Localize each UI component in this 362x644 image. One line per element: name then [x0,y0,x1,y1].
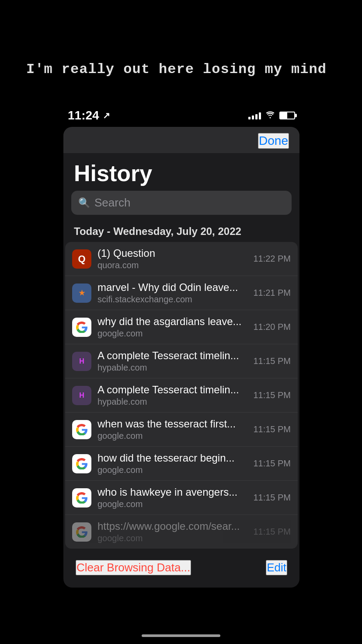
item-content: https://www.google.com/sear... google.co… [97,520,247,543]
item-title: marvel - Why did Odin leave... [97,281,247,294]
main-caption: I'm really out here losing my mind [26,61,336,77]
stackexchange-icon: ★ [79,289,85,297]
site-favicon: ★ [72,284,91,303]
item-content: marvel - Why did Odin leave... scifi.sta… [97,281,247,304]
history-item[interactable]: H A complete Tesseract timelin... hypabl… [65,344,298,378]
history-item[interactable]: how did the tesseracr begin... google.co… [65,447,298,481]
site-favicon [72,454,91,473]
item-domain: google.com [97,533,247,543]
browser-card: Done History 🔍 Search Today - Wednesday,… [63,127,299,588]
status-bar: 11:24 ↗ [63,108,299,122]
site-favicon: H [72,386,91,405]
item-time: 11:22 PM [253,254,291,264]
item-domain: google.com [97,431,247,441]
browser-footer: Clear Browsing Data... Edit [63,552,299,579]
item-title: (1) Question [97,247,247,259]
site-favicon [72,420,91,439]
item-content: A complete Tesseract timelin... hypable.… [97,384,247,407]
item-title: A complete Tesseract timelin... [97,350,247,362]
search-icon: 🔍 [78,197,90,209]
status-icons [248,111,295,121]
hypable-icon: H [79,357,84,365]
edit-button[interactable]: Edit [266,560,287,575]
history-item[interactable]: who is hawkeye in avengers... google.com… [65,481,298,515]
history-item[interactable]: when was the tesseract first... google.c… [65,413,298,447]
item-time: 11:20 PM [253,322,291,332]
done-button[interactable]: Done [258,133,289,149]
site-favicon [72,318,91,337]
google-icon [76,492,87,504]
google-icon [76,322,87,333]
site-favicon: Q [72,249,91,269]
site-favicon [72,522,91,542]
item-time: 11:21 PM [253,288,291,298]
status-time: 11:24 ↗ [68,108,110,122]
time-display: 11:24 [68,108,99,122]
hypable-icon: H [79,392,84,399]
quora-icon: Q [78,253,85,265]
item-domain: quora.com [97,260,247,270]
history-item[interactable]: why did the asgardians leave... google.c… [65,310,298,344]
item-title: why did the asgardians leave... [97,315,247,328]
item-domain: google.com [97,465,247,475]
item-title: A complete Tesseract timelin... [97,384,247,396]
home-indicator [142,634,220,637]
item-title: who is hawkeye in avengers... [97,486,247,498]
item-domain: google.com [97,499,247,509]
history-item[interactable]: Q (1) Question quora.com 11:22 PM [65,242,298,276]
item-time: 11:15 PM [253,458,291,469]
wifi-icon [265,111,275,121]
signal-icon [248,112,261,119]
history-title: History [63,153,299,191]
item-time: 11:15 PM [253,527,291,537]
item-time: 11:15 PM [253,390,291,400]
item-title: how did the tesseracr begin... [97,452,247,464]
google-icon [76,424,87,435]
item-time: 11:15 PM [253,356,291,366]
item-title: when was the tesseract first... [97,418,247,430]
location-arrow-icon: ↗ [103,110,110,121]
google-icon [76,458,87,469]
clear-browsing-data-button[interactable]: Clear Browsing Data... [76,560,191,575]
history-list: Q (1) Question quora.com 11:22 PM ★ marv… [65,242,298,549]
item-content: A complete Tesseract timelin... hypable.… [97,350,247,373]
item-domain: hypable.com [97,397,247,407]
site-favicon: H [72,352,91,371]
item-domain: scifi.stackexchange.com [97,294,247,304]
history-item[interactable]: H A complete Tesseract timelin... hypabl… [65,378,298,413]
item-time: 11:15 PM [253,424,291,434]
item-domain: google.com [97,329,247,339]
item-domain: hypable.com [97,363,247,373]
browser-header: Done [63,127,299,153]
section-header: Today - Wednesday, July 20, 2022 [63,222,299,242]
site-favicon [72,488,91,508]
item-content: (1) Question quora.com [97,247,247,270]
item-content: how did the tesseracr begin... google.co… [97,452,247,475]
history-item[interactable]: ★ marvel - Why did Odin leave... scifi.s… [65,276,298,310]
item-content: who is hawkeye in avengers... google.com [97,486,247,509]
google-icon [76,526,87,538]
history-item[interactable]: https://www.google.com/sear... google.co… [65,515,298,549]
item-time: 11:15 PM [253,493,291,503]
item-content: when was the tesseract first... google.c… [97,418,247,441]
item-title: https://www.google.com/sear... [97,520,247,532]
item-content: why did the asgardians leave... google.c… [97,315,247,339]
search-placeholder: Search [94,196,130,210]
search-bar[interactable]: 🔍 Search [71,191,292,215]
battery-icon [279,112,295,119]
